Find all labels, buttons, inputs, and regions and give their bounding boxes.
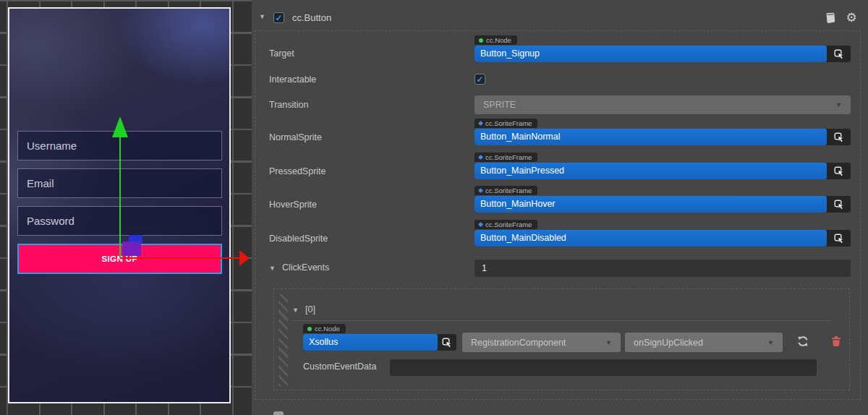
chevron-down-icon: ▼ bbox=[767, 339, 774, 346]
chevron-down-icon: ▼ bbox=[605, 339, 612, 346]
node-type-dot-icon bbox=[307, 327, 312, 331]
event0-collapse-arrow[interactable]: ▼ bbox=[292, 307, 299, 314]
settings-gear-icon[interactable]: ⚙ bbox=[844, 11, 859, 25]
asset-picker-button[interactable] bbox=[827, 196, 851, 213]
custom-event-data-label: CustomEventData bbox=[303, 361, 376, 372]
field-label-disabledsprite: DisabledSprite bbox=[269, 234, 328, 244]
event0-node-ref-field[interactable]: Xsollus bbox=[303, 334, 456, 351]
spriteframe-type-dot-icon bbox=[478, 155, 483, 160]
node-picker-button[interactable] bbox=[438, 334, 456, 351]
asset-picker-button[interactable] bbox=[827, 129, 851, 145]
email-placeholder: Email bbox=[27, 177, 54, 189]
next-component-checkbox-partial[interactable] bbox=[273, 411, 284, 415]
spriteframe-type-dot-icon bbox=[478, 222, 483, 227]
spriteframe-type-dot-icon bbox=[478, 121, 483, 126]
disabled-sprite-ref-field[interactable]: Button_MainDisabled bbox=[475, 230, 851, 247]
field-label-clickevents: ClickEvents bbox=[282, 262, 329, 273]
pressed-sprite-ref-field[interactable]: Button_MainPressed bbox=[475, 163, 851, 179]
username-placeholder: Username bbox=[27, 140, 77, 152]
event0-handler-dropdown[interactable]: onSignUpClicked ▼ bbox=[625, 333, 783, 352]
signup-button-label: SIGN UP bbox=[101, 254, 137, 263]
normal-sprite-ref-field[interactable]: Button_MainNormal bbox=[475, 129, 851, 145]
field-label-transition: Transition bbox=[269, 100, 308, 110]
scene-signup-button[interactable]: SIGN UP bbox=[17, 244, 222, 274]
target-ref-field[interactable]: Button_Signup bbox=[475, 46, 851, 62]
trash-icon[interactable] bbox=[830, 335, 842, 347]
normal-sprite-type-tag: cc.SoriteFrame bbox=[475, 119, 537, 128]
target-type-tag: cc.Node bbox=[475, 35, 517, 45]
clickevents-collapse-arrow[interactable]: ▼ bbox=[269, 265, 276, 272]
drag-handle-hatch[interactable] bbox=[278, 294, 288, 386]
event0-index-label: [0] bbox=[305, 304, 315, 315]
hover-sprite-ref-field[interactable]: Button_MainHover bbox=[475, 196, 851, 213]
node-picker-button[interactable] bbox=[827, 46, 851, 62]
event0-node-type-tag: cc.Node bbox=[303, 324, 346, 333]
pressed-sprite-ref-value: Button_MainPressed bbox=[475, 163, 827, 179]
field-label-normalsprite: NormalSprite bbox=[269, 132, 322, 142]
gizmo-x-arrowhead-icon[interactable] bbox=[239, 250, 250, 266]
interactable-checkbox[interactable]: ✓ bbox=[475, 74, 485, 85]
node-type-dot-icon bbox=[479, 38, 483, 43]
disabled-sprite-ref-value: Button_MainDisabled bbox=[475, 230, 827, 247]
field-label-target: Target bbox=[269, 48, 294, 59]
field-label-interactable: Interactable bbox=[269, 74, 316, 85]
inspector-panel: ▼ ✓ cc.Button ⚙ Target cc.Node Button_Si… bbox=[252, 0, 868, 415]
scene-input-username[interactable]: Username bbox=[17, 131, 222, 161]
docs-book-icon[interactable] bbox=[822, 11, 837, 25]
event0-component-dropdown[interactable]: RegistrationComponent ▼ bbox=[462, 333, 621, 352]
scene-canvas[interactable]: Username Email Password SIGN UP bbox=[8, 7, 231, 403]
transition-dropdown-value: SPRITE bbox=[483, 100, 516, 110]
transition-dropdown[interactable]: SPRITE ▼ bbox=[475, 95, 851, 114]
spriteframe-type-dot-icon bbox=[478, 188, 483, 193]
clickevents-count-field[interactable]: 1 bbox=[475, 260, 851, 277]
event0-node-ref-value: Xsollus bbox=[303, 334, 438, 351]
field-label-hoversprite: HoverSprite bbox=[269, 200, 317, 210]
event0-component-value: RegistrationComponent bbox=[471, 338, 566, 348]
password-placeholder: Password bbox=[27, 215, 75, 227]
custom-event-data-input[interactable] bbox=[390, 359, 817, 376]
divider bbox=[292, 320, 832, 321]
scene-view[interactable]: Username Email Password SIGN UP bbox=[0, 0, 252, 415]
field-label-pressedsprite: PressedSprite bbox=[269, 166, 326, 176]
hover-sprite-type-tag: cc.SoriteFrame bbox=[475, 186, 537, 195]
pressed-sprite-type-tag: cc.SoriteFrame bbox=[475, 153, 537, 162]
clickevent-item-panel: ▼ [0] cc.Node Xsollus RegistrationCompon… bbox=[273, 288, 850, 390]
hover-sprite-ref-value: Button_MainHover bbox=[475, 196, 827, 213]
checkmark-icon: ✓ bbox=[476, 75, 483, 84]
component-title: cc.Button bbox=[292, 12, 331, 23]
scene-input-password[interactable]: Password bbox=[17, 206, 222, 236]
editor-window: Username Email Password SIGN UP ▼ ✓ bbox=[0, 0, 868, 415]
asset-picker-button[interactable] bbox=[827, 230, 851, 247]
component-enabled-checkbox[interactable]: ✓ bbox=[273, 12, 284, 23]
chevron-down-icon: ▼ bbox=[835, 101, 842, 108]
component-collapse-arrow[interactable]: ▼ bbox=[259, 13, 265, 20]
refresh-icon[interactable] bbox=[796, 335, 809, 348]
normal-sprite-ref-value: Button_MainNormal bbox=[475, 129, 827, 145]
scene-input-email[interactable]: Email bbox=[17, 168, 222, 198]
target-ref-value: Button_Signup bbox=[475, 46, 827, 62]
asset-picker-button[interactable] bbox=[827, 163, 851, 179]
checkmark-icon: ✓ bbox=[275, 14, 282, 22]
event0-handler-value: onSignUpClicked bbox=[634, 338, 703, 348]
disabled-sprite-type-tag: cc.SoriteFrame bbox=[475, 220, 537, 229]
